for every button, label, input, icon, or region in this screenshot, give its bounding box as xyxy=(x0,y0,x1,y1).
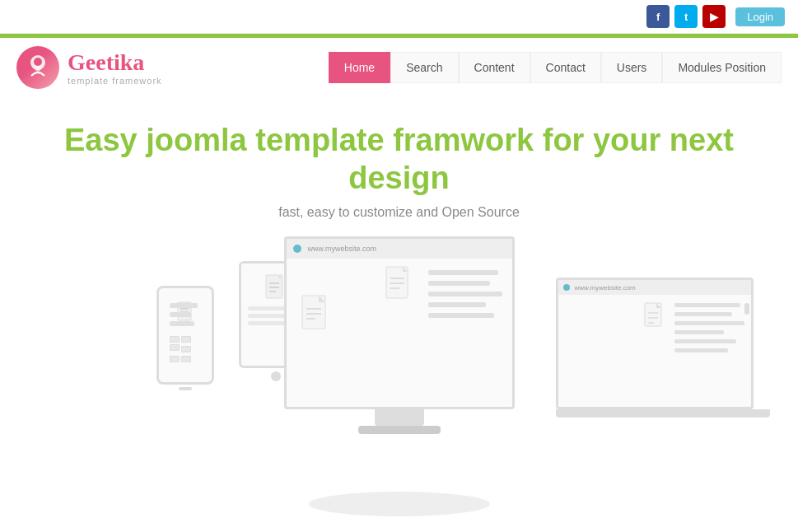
nav-home[interactable]: Home xyxy=(329,52,390,83)
logo-text: Geetika template framework xyxy=(68,49,162,86)
nav-users[interactable]: Users xyxy=(601,52,663,83)
floating-document xyxy=(301,294,332,337)
laptop-base xyxy=(556,409,770,418)
monitor-browser-btn xyxy=(293,245,301,253)
monitor-shadow xyxy=(309,492,490,516)
laptop-device: www.mywebsite.com xyxy=(556,278,754,418)
login-button[interactable]: Login xyxy=(735,7,785,26)
facebook-icon[interactable]: f xyxy=(646,5,670,28)
svg-point-1 xyxy=(34,58,42,66)
phone-device xyxy=(156,286,214,393)
laptop-url: www.mywebsite.com xyxy=(575,284,636,292)
nav-search[interactable]: Search xyxy=(390,52,458,83)
logo-area: Geetika template framework xyxy=(16,46,162,89)
monitor-doc-icon xyxy=(385,265,414,303)
logo-icon xyxy=(16,46,59,89)
top-bar: f t ▶ Login xyxy=(0,0,798,34)
hero-subtitle: fast, easy to customize and Open Source xyxy=(16,205,782,220)
logo-svg xyxy=(23,53,53,82)
monitor-stand xyxy=(375,409,424,426)
phone-screen xyxy=(156,286,214,385)
hero-section: Easy joomla template framwork for your n… xyxy=(0,97,798,220)
main-nav: Home Search Content Contact Users Module… xyxy=(329,52,782,83)
monitor-base xyxy=(358,426,441,434)
nav-modules[interactable]: Modules Position xyxy=(662,52,782,83)
logo-sub: template framework xyxy=(68,76,162,86)
social-icons: f t ▶ Login xyxy=(646,5,785,28)
monitor-url: www.mywebsite.com xyxy=(308,245,377,253)
floating-doc-icon xyxy=(301,294,332,334)
logo-name: Geetika xyxy=(68,49,162,76)
hero-title: Easy joomla template framwork for your n… xyxy=(16,122,782,197)
header: Geetika template framework Home Search C… xyxy=(0,38,798,97)
nav-content[interactable]: Content xyxy=(459,52,530,83)
youtube-icon[interactable]: ▶ xyxy=(702,5,726,28)
twitter-icon[interactable]: t xyxy=(674,5,698,28)
devices-illustration: www.mywebsite.com xyxy=(0,236,798,532)
laptop-screen: www.mywebsite.com xyxy=(556,278,754,409)
laptop-doc-icon xyxy=(643,301,666,331)
nav-contact[interactable]: Contact xyxy=(530,52,601,83)
laptop-browser-btn xyxy=(563,284,570,291)
